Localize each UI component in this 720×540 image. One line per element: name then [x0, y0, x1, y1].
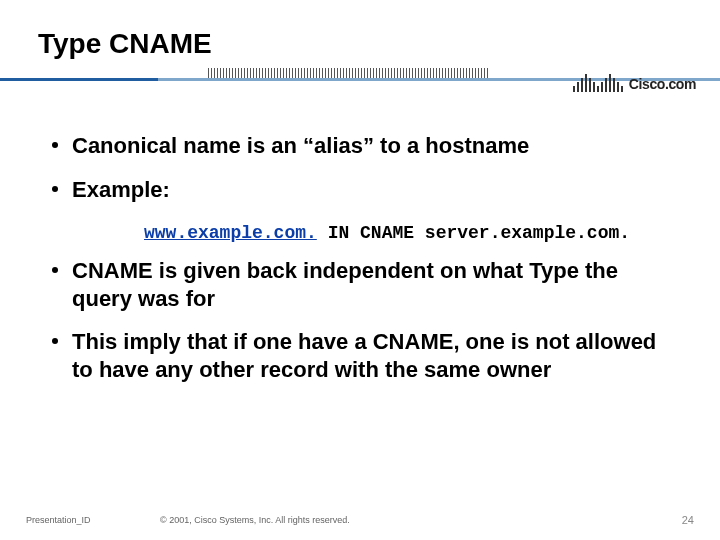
bullet-dot-icon: [52, 142, 58, 148]
slide-title: Type CNAME: [0, 0, 720, 66]
bullet-text: Example:: [72, 176, 170, 204]
bullet-text: Canonical name is an “alias” to a hostna…: [72, 132, 529, 160]
footer: Presentation_ID © 2001, Cisco Systems, I…: [0, 514, 720, 526]
slide: Type CNAME Cisco.com Canonical name is a…: [0, 0, 720, 540]
code-rest: IN CNAME server.example.com.: [317, 223, 630, 243]
cisco-bridge-icon: [573, 72, 623, 92]
page-number: 24: [682, 514, 694, 526]
presentation-id: Presentation_ID: [26, 515, 91, 525]
bullet-item: Canonical name is an “alias” to a hostna…: [52, 132, 668, 160]
cisco-logo: Cisco.com: [573, 72, 696, 92]
bullet-item: This imply that if one have a CNAME, one…: [52, 328, 668, 383]
logo-text: Cisco.com: [629, 76, 696, 92]
bullet-item: CNAME is given back independent on what …: [52, 257, 668, 312]
content-area: Canonical name is an “alias” to a hostna…: [0, 82, 720, 383]
bullet-dot-icon: [52, 338, 58, 344]
bullet-item: Example:: [52, 176, 668, 204]
code-link[interactable]: www.example.com.: [144, 223, 317, 243]
bullet-text: This imply that if one have a CNAME, one…: [72, 328, 668, 383]
bullet-dot-icon: [52, 186, 58, 192]
code-example: www.example.com. IN CNAME server.example…: [52, 219, 668, 257]
bullet-text: CNAME is given back independent on what …: [72, 257, 668, 312]
copyright-text: © 2001, Cisco Systems, Inc. All rights r…: [160, 515, 350, 525]
bullet-dot-icon: [52, 267, 58, 273]
